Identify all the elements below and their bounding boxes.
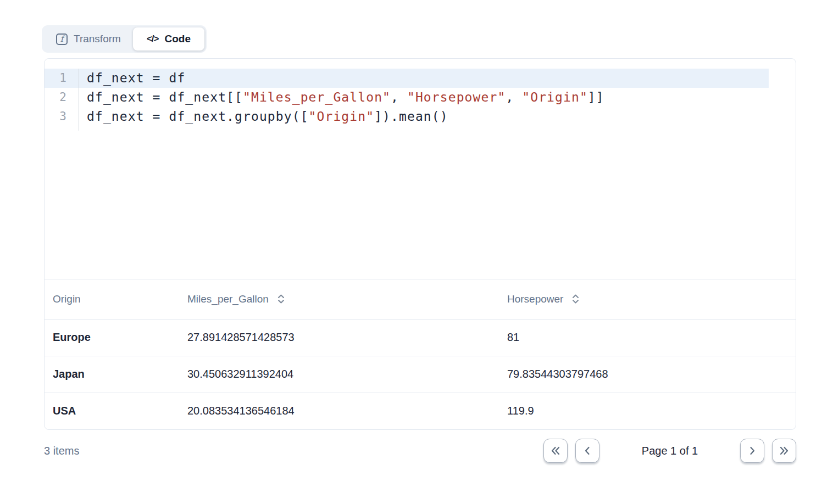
column-header-miles-per-gallon[interactable]: Miles_per_Gallon (179, 279, 499, 319)
pagination-controls: Page 1 of 1 (543, 439, 796, 463)
result-table: Origin Miles_per_Gallon Horsepower Europ… (45, 279, 796, 429)
main-panel: 1 2 3 df_next = df df_next = df_next[["M… (44, 58, 796, 430)
tab-code-label: Code (164, 33, 191, 45)
code-line-2: df_next = df_next[["Miles_per_Gallon", "… (87, 88, 604, 107)
code-line-1: df_next = df (87, 69, 604, 88)
cell-miles-per-gallon: 27.891428571428573 (179, 319, 499, 356)
chevrons-left-icon (549, 445, 562, 456)
line-number: 2 (45, 88, 79, 107)
tab-code[interactable]: </> Code (133, 27, 204, 51)
code-slash-icon: </> (147, 33, 159, 44)
table-row: USA 20.083534136546184 119.9 (45, 393, 796, 429)
chevron-left-icon (582, 445, 593, 456)
first-page-button[interactable] (543, 439, 568, 463)
cell-horsepower: 79.83544303797468 (499, 356, 796, 393)
sort-icon[interactable] (277, 293, 285, 305)
cell-miles-per-gallon: 30.450632911392404 (179, 356, 499, 393)
tab-transform[interactable]: f Transform (44, 27, 133, 51)
previous-page-button[interactable] (575, 439, 599, 463)
function-icon: f (56, 33, 68, 45)
table-footer: 3 items Page 1 of 1 (44, 439, 796, 463)
cell-horsepower: 81 (499, 319, 796, 356)
tab-transform-label: Transform (74, 33, 121, 45)
cell-origin: Japan (45, 356, 179, 393)
cell-origin: USA (45, 393, 179, 429)
column-header-origin: Origin (45, 279, 179, 319)
cell-miles-per-gallon: 20.083534136546184 (179, 393, 499, 429)
sort-icon[interactable] (571, 293, 580, 305)
chevron-right-icon (747, 445, 758, 456)
next-page-button[interactable] (740, 439, 764, 463)
last-page-button[interactable] (772, 439, 796, 463)
code-lines: df_next = df df_next = df_next[["Miles_p… (79, 69, 604, 131)
code-editor[interactable]: 1 2 3 df_next = df df_next = df_next[["M… (45, 59, 796, 279)
code-line-3: df_next = df_next.groupby(["Origin"]).me… (87, 107, 604, 126)
line-number: 1 (45, 69, 79, 88)
view-toggle: f Transform </> Code (42, 25, 207, 53)
page-indicator: Page 1 of 1 (607, 445, 732, 457)
cell-origin: Europe (45, 319, 179, 356)
line-number-gutter: 1 2 3 (45, 69, 79, 131)
line-number: 3 (45, 107, 79, 126)
column-header-horsepower[interactable]: Horsepower (499, 279, 796, 319)
table-header-row: Origin Miles_per_Gallon Horsepower (45, 279, 796, 319)
items-count: 3 items (44, 445, 79, 457)
chevrons-right-icon (778, 445, 790, 456)
cell-horsepower: 119.9 (499, 393, 796, 429)
table-row: Japan 30.450632911392404 79.835443037974… (45, 356, 796, 393)
table-row: Europe 27.891428571428573 81 (45, 319, 796, 356)
